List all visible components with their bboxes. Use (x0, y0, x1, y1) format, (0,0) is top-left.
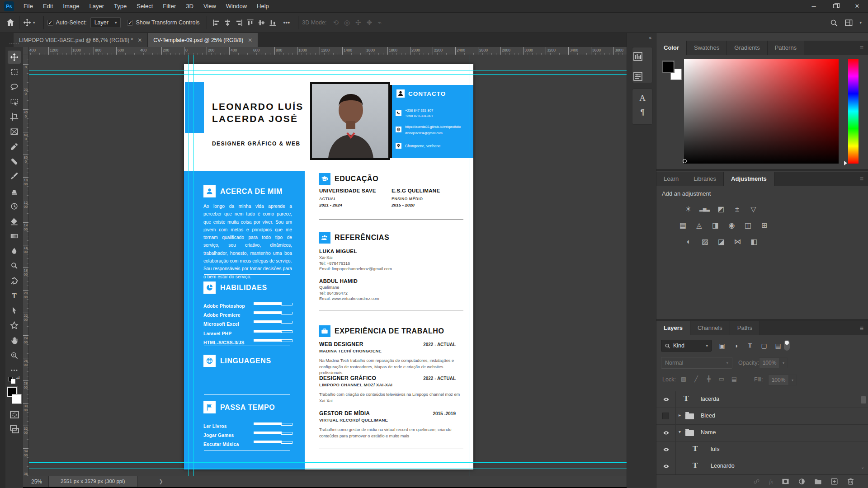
visibility-cell[interactable] (656, 425, 676, 441)
menu-edit[interactable]: Edit (38, 0, 58, 12)
filter-type-icon[interactable]: T (745, 341, 755, 351)
layer-filter-toggle[interactable] (784, 340, 790, 351)
lock-artboard-icon[interactable]: ▭ (717, 375, 726, 384)
dodge-tool[interactable] (8, 259, 21, 272)
adjustments-tab-adjustments[interactable]: Adjustments (724, 172, 774, 186)
object-selection-tool[interactable] (8, 95, 21, 108)
lock-position-icon[interactable]: ╋ (704, 375, 713, 384)
blend-mode-dropdown[interactable]: Normal▾ (661, 357, 732, 369)
search-icon[interactable] (830, 19, 838, 27)
more-options-icon[interactable]: ••• (283, 19, 290, 26)
align-left-icon[interactable] (212, 19, 221, 27)
guide[interactable] (29, 469, 627, 469)
group-collapsed-icon[interactable]: ▸ (679, 413, 681, 418)
mask-icon[interactable] (782, 478, 789, 485)
window-minimize-button[interactable]: ─ (803, 0, 825, 12)
workspace-icon[interactable] (844, 19, 853, 27)
vibrance-icon[interactable]: ▽ (748, 203, 759, 215)
menu-3d[interactable]: 3D (181, 0, 198, 12)
curves-icon[interactable]: ◩ (715, 203, 726, 215)
align-top-icon[interactable] (246, 19, 255, 27)
adjustment-icon[interactable] (798, 478, 806, 485)
history-brush-tool[interactable] (8, 200, 21, 213)
lock-all-icon[interactable]: ⬓ (730, 375, 739, 384)
guide[interactable] (29, 74, 627, 75)
delete-icon[interactable] (847, 478, 854, 485)
swap-colors-control[interactable]: ⇄ (8, 375, 20, 383)
close-tab-icon[interactable]: ✕ (248, 37, 252, 43)
levels-icon[interactable]: ▂▅▃ (699, 203, 710, 215)
crop-tool[interactable] (8, 110, 21, 123)
gradient-map-icon[interactable]: ◧ (748, 236, 760, 247)
threshold-icon[interactable]: ◪ (716, 236, 727, 247)
scrollbar-thumb[interactable] (861, 396, 866, 404)
photo-filter-icon[interactable]: ◉ (726, 220, 737, 231)
align-center-h-icon[interactable] (223, 19, 232, 27)
guide[interactable] (193, 55, 194, 476)
guide[interactable] (189, 55, 189, 476)
layer-row[interactable]: TLeonardo (656, 458, 868, 474)
color-tab-swatches[interactable]: Swatches (687, 41, 727, 55)
adjustments-tab-libraries[interactable]: Libraries (686, 172, 724, 186)
lock-transparency-icon[interactable]: ▩ (679, 375, 688, 384)
layer-row[interactable]: Tluís (656, 441, 868, 458)
color-lookup-icon[interactable]: ⊞ (759, 220, 770, 231)
guide[interactable] (465, 55, 465, 476)
hand-tool[interactable] (8, 334, 21, 347)
visibility-cell[interactable] (656, 408, 676, 424)
move-tool-icon[interactable] (23, 19, 31, 27)
panel-foreground-swatch[interactable] (663, 61, 674, 72)
layer-row[interactable]: Tlacerda (656, 391, 868, 408)
expand-panels-icon[interactable]: « (649, 35, 651, 40)
selective-color-icon[interactable]: ⋈ (732, 236, 743, 247)
paragraph-panel-icon[interactable]: ¶ (637, 107, 648, 118)
quick-mask-button[interactable] (9, 409, 20, 420)
toolbar-grip[interactable] (9, 43, 19, 44)
properties-panel-icon[interactable] (632, 71, 643, 82)
align-bottom-icon[interactable] (269, 19, 277, 27)
lock-pixels-icon[interactable]: ╱ (692, 375, 701, 384)
visibility-cell[interactable] (656, 458, 676, 474)
zoom-level[interactable]: 25% (23, 479, 48, 485)
menu-layer[interactable]: Layer (85, 0, 109, 12)
screen-mode-button[interactable] (9, 424, 20, 435)
brightness-contrast-icon[interactable]: ☀ (683, 203, 694, 215)
auto-select-checkbox[interactable]: ✓ (47, 20, 53, 26)
guide[interactable] (29, 70, 627, 70)
visibility-cell[interactable] (656, 391, 676, 408)
posterize-icon[interactable]: ▨ (699, 236, 711, 247)
chevron-down-icon[interactable]: ▾ (859, 20, 862, 25)
group-icon[interactable] (814, 478, 822, 485)
eye-icon[interactable] (662, 430, 670, 436)
channel-mixer-icon[interactable]: ◫ (742, 220, 754, 231)
exposure-icon[interactable]: ± (731, 203, 743, 215)
pasteboard[interactable]: LEONARDO LUÍS LACERDA JOSÉ DESIGNER GRÁF… (29, 55, 627, 476)
hue-slider[interactable] (848, 59, 859, 164)
clone-stamp-tool[interactable] (8, 185, 21, 198)
gradient-tool[interactable] (8, 230, 21, 243)
opacity-value[interactable]: 100% (759, 357, 780, 368)
align-middle-icon[interactable] (257, 19, 266, 27)
character-panel-icon[interactable]: A (637, 93, 648, 103)
menu-file[interactable]: File (19, 0, 38, 12)
opacity-chevron-icon[interactable]: ▾ (780, 357, 788, 368)
menu-window[interactable]: Window (221, 0, 252, 12)
menu-image[interactable]: Image (58, 0, 84, 12)
window-restore-button[interactable] (825, 0, 846, 12)
layer-row[interactable]: ▾Name (656, 425, 868, 441)
visibility-cell[interactable] (656, 441, 676, 458)
layer-filter-dropdown[interactable]: Kind ▾ (661, 340, 712, 352)
fill-chevron-icon[interactable]: ▾ (789, 375, 797, 385)
hue-saturation-icon[interactable]: ▤ (677, 220, 689, 231)
color-saturation-field[interactable] (684, 59, 839, 164)
type-tool[interactable]: T (8, 289, 21, 302)
layers-tab-paths[interactable]: Paths (730, 321, 760, 335)
spot-healing-tool[interactable] (8, 155, 21, 168)
histogram-panel-icon[interactable] (632, 51, 643, 62)
align-right-icon[interactable] (235, 19, 243, 27)
layer-row[interactable]: ▸Bleed (656, 408, 868, 425)
fill-value[interactable]: 100% (768, 375, 789, 385)
frame-tool[interactable] (8, 125, 21, 138)
color-tab-patterns[interactable]: Patterns (768, 41, 804, 55)
document-tab[interactable]: CV-Template-09.psd @ 25% (RGB/8)✕ (148, 33, 258, 47)
